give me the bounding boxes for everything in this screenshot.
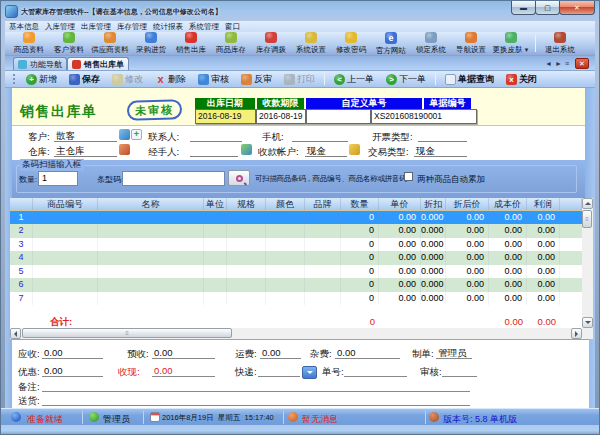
table-row-7[interactable]: 700.000.0000.000.000.00 — [10, 292, 582, 305]
col-header-5[interactable]: 颜色 — [266, 198, 305, 210]
exit-button[interactable]: 退出系统 — [540, 32, 580, 55]
tab-close-button[interactable]: ✕ — [575, 58, 589, 69]
delete-button[interactable]: x删除 — [149, 73, 192, 86]
cash-field[interactable]: 0.00 — [152, 365, 215, 377]
misc-field[interactable]: 0.00 — [335, 347, 400, 359]
col-header-2[interactable]: 名称 — [98, 198, 204, 210]
tab-navigation[interactable]: 功能导航 — [13, 57, 67, 70]
col-header-4[interactable]: 规格 — [227, 198, 266, 210]
tab-scroll-right-icon[interactable]: ► — [555, 59, 562, 68]
col-header-12[interactable]: 利润 — [527, 198, 560, 210]
menu-item-3[interactable]: 出库管理 — [81, 22, 111, 32]
barcode-search-button[interactable] — [228, 170, 250, 186]
warehouse-field[interactable]: 主仓库 — [54, 145, 117, 157]
minimize-button[interactable]: ▬ — [511, 1, 536, 15]
freight-field[interactable]: 0.00 — [260, 347, 301, 359]
tracking-field[interactable] — [344, 365, 407, 377]
handler-field[interactable] — [190, 145, 238, 157]
website-button[interactable]: e官方网站 — [371, 32, 411, 55]
purchase-button[interactable]: 采购进货 — [131, 32, 171, 55]
delivery-field[interactable] — [42, 394, 470, 406]
outbound-date-field[interactable]: 2016-08-19 — [195, 109, 256, 124]
col-header-1[interactable]: 商品编号 — [33, 198, 98, 210]
menu-item-2[interactable]: 入库管理 — [45, 22, 75, 32]
horizontal-scrollbar[interactable] — [10, 328, 593, 339]
remark-field[interactable] — [42, 380, 470, 392]
lock-button[interactable]: 锁定系统 — [411, 32, 451, 55]
payment-deadline-field[interactable]: 2016-08-19 — [256, 109, 306, 124]
qty-input[interactable]: 1 — [38, 171, 78, 186]
col-header-11[interactable]: 成本价 — [489, 198, 527, 210]
discount-field[interactable]: 0.00 — [42, 365, 103, 377]
goods-button[interactable]: 商品资料 — [9, 32, 49, 55]
receivable-field[interactable]: 0.00 — [42, 347, 103, 359]
auto-add-checkbox[interactable] — [404, 172, 413, 181]
maximize-button[interactable]: ▢ — [535, 1, 560, 15]
navigation-settings-button[interactable]: 导航设置 — [451, 32, 491, 55]
next-order-button[interactable]: >下一单 — [380, 73, 432, 86]
password-button[interactable]: 修改密码 — [331, 32, 371, 55]
order-number-field[interactable]: XS201608190001 — [371, 109, 477, 124]
unaudit-button[interactable]: 反审 — [235, 73, 278, 86]
table-row-5[interactable]: 500.000.0000.000.000.00 — [10, 265, 582, 278]
edit-button[interactable]: 修改 — [106, 73, 149, 86]
handler-lookup-icon[interactable] — [241, 144, 252, 155]
menu-item-4[interactable]: 库存管理 — [117, 22, 147, 32]
customer-lookup-icon[interactable] — [119, 129, 130, 140]
tab-scroll-left-icon[interactable]: ◄ — [545, 59, 552, 68]
print-button[interactable]: 打印 — [278, 73, 321, 86]
col-header-3[interactable]: 单位 — [204, 198, 227, 210]
contact-field[interactable] — [190, 130, 242, 142]
scroll-left-icon[interactable] — [10, 328, 21, 339]
table-row-6[interactable]: 600.000.0000.000.000.00 — [10, 278, 582, 291]
tab-list-icon[interactable]: ≡ — [565, 59, 569, 68]
scroll-up-icon[interactable] — [582, 198, 593, 209]
sales-outbound-button[interactable]: 销售出库 — [171, 32, 211, 55]
close-doc-button[interactable]: x关闭 — [500, 73, 543, 86]
table-row-1[interactable]: 100.000.0000.000.000.00 — [10, 211, 582, 224]
account-field[interactable]: 现金 — [305, 145, 347, 157]
express-field[interactable] — [258, 365, 300, 377]
menu-item-5[interactable]: 统计报表 — [153, 22, 183, 32]
add-button[interactable]: +新增 — [20, 73, 63, 86]
col-header-rowno[interactable] — [10, 198, 33, 210]
scroll-down-icon[interactable] — [582, 317, 593, 328]
close-button[interactable]: ✕ — [559, 1, 595, 15]
custom-number-field[interactable] — [306, 109, 371, 124]
table-row-2[interactable]: 200.000.0000.000.000.00 — [10, 224, 582, 237]
barcode-input[interactable] — [122, 171, 225, 186]
menu-item-1[interactable]: 基本信息 — [9, 22, 39, 32]
col-header-9[interactable]: 折扣 — [421, 198, 446, 210]
save-button[interactable]: 保存 — [63, 73, 106, 86]
prev-order-button[interactable]: <上一单 — [328, 73, 380, 86]
menu-item-6[interactable]: 系统管理 — [189, 22, 219, 32]
skin-button[interactable]: 更换皮肤▼ — [491, 32, 531, 55]
customer-field[interactable]: 散客 — [54, 130, 117, 142]
audit-button[interactable]: 审核 — [192, 73, 235, 86]
phone-field[interactable] — [292, 130, 348, 142]
hscroll-thumb[interactable] — [22, 328, 232, 338]
add-customer-icon[interactable]: + — [131, 129, 142, 140]
transfer-button[interactable]: 库存调拨 — [251, 32, 291, 55]
account-lookup-icon[interactable] — [349, 144, 360, 155]
menu-item-7[interactable]: 窗口 — [225, 22, 240, 32]
col-header-6[interactable]: 品牌 — [305, 198, 341, 210]
suppliers-button[interactable]: 供应商资料 — [89, 32, 131, 55]
express-dropdown-button[interactable] — [302, 366, 317, 379]
col-header-7[interactable]: 数量 — [341, 198, 379, 210]
table-row-3[interactable]: 300.000.0000.000.000.00 — [10, 238, 582, 251]
col-header-8[interactable]: 单价 — [379, 198, 421, 210]
prepaid-field[interactable]: 0.00 — [152, 347, 215, 359]
stock-button[interactable]: 商品库存 — [211, 32, 251, 55]
table-row-4[interactable]: 400.000.0000.000.000.00 — [10, 251, 582, 264]
invoice-type-field[interactable] — [418, 130, 467, 142]
order-search-button[interactable]: 单据查询 — [439, 73, 500, 86]
vertical-scrollbar[interactable] — [582, 198, 593, 328]
trade-type-field[interactable]: 现金 — [414, 145, 467, 157]
col-header-10[interactable]: 折后价 — [446, 198, 489, 210]
settings-button[interactable]: 系统设置 — [291, 32, 331, 55]
vscroll-thumb[interactable] — [582, 210, 592, 228]
tab-sales-order[interactable]: 销售出库单 — [67, 57, 129, 70]
customers-button[interactable]: 客户资料 — [49, 32, 89, 55]
scroll-right-icon[interactable] — [571, 328, 582, 339]
